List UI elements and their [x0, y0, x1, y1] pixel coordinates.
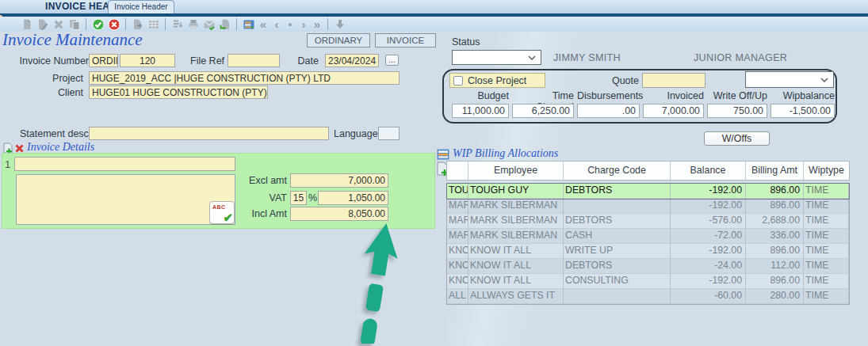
wip-cell: TOUGH GUY — [468, 184, 564, 199]
invoice-prefix-field[interactable]: ORDIN — [89, 54, 118, 67]
wip-cell: MARK SILBERMAN — [468, 229, 564, 244]
wip-column-header[interactable]: Billing Amt — [746, 162, 804, 180]
wip-column-header[interactable] — [447, 162, 468, 180]
summary-value-field[interactable]: 11,000.00 — [452, 104, 509, 118]
summary-value-field[interactable]: 6,250.00 — [512, 104, 574, 118]
nav-first-icon[interactable]: « — [258, 18, 269, 31]
file-ref-field[interactable] — [228, 54, 280, 67]
wip-cell: 2,688.00 — [746, 214, 804, 229]
wip-cell: CASH — [564, 229, 671, 244]
excl-amt-label: Excl amt — [243, 175, 287, 186]
wip-cell: 896.00 — [746, 274, 804, 289]
nav-next-icon[interactable]: › — [298, 18, 309, 31]
excl-amt-field[interactable]: 7,000.00 — [290, 173, 388, 188]
edit-icon[interactable] — [36, 18, 49, 31]
wip-column-header[interactable]: Charge Code — [564, 162, 671, 180]
wip-cell: KNOW IT ALL — [468, 244, 564, 259]
wip-row[interactable]: ALLALLWAYS GETS IT-60.00280.00TIME — [447, 289, 849, 304]
wip-cell: MAR — [447, 214, 468, 229]
nav-current-icon[interactable]: ● — [285, 18, 296, 31]
chevron-down-icon — [820, 78, 828, 82]
date-label: Date — [295, 55, 319, 67]
copy-icon[interactable] — [67, 18, 81, 31]
employee-name: JIMMY SMITH — [553, 52, 621, 63]
chevron-down-icon — [528, 55, 536, 60]
accept-icon[interactable] — [91, 18, 105, 31]
wip-cell: -192.00 — [671, 184, 746, 199]
wip-cell: KNO — [447, 244, 468, 259]
wip-column-header[interactable]: Wiptype — [804, 162, 849, 180]
summary-dropdown[interactable] — [745, 71, 834, 88]
summary-value-field[interactable]: 7,000.00 — [643, 104, 704, 118]
detail-notes-textarea[interactable] — [16, 174, 235, 225]
status-dropdown[interactable] — [452, 50, 541, 65]
spellcheck-icon[interactable]: ABC ✔ — [209, 201, 235, 224]
wip-row[interactable]: MARMARK SILBERMAN-192.00896.00TIME — [447, 199, 849, 214]
project-field[interactable]: HUGE_2019_ACC |HUGE CONSTRUCTION (PTY) L… — [89, 71, 400, 85]
wip-cell: -192.00 — [671, 199, 746, 214]
print-icon[interactable] — [186, 18, 200, 31]
statement-desc-field[interactable] — [89, 127, 329, 140]
file-ref-label: File Ref — [190, 55, 224, 67]
wip-cell: -192.00 — [671, 244, 746, 259]
new-document-icon[interactable] — [20, 18, 33, 31]
close-project-checkbox[interactable] — [453, 76, 463, 86]
wip-cell: TIME — [804, 259, 849, 274]
delete-icon[interactable] — [52, 18, 65, 31]
wip-row[interactable]: TOUTOUGH GUYDEBTORS-192.00896.00TIME — [447, 184, 849, 199]
wip-cell: TIME — [804, 214, 849, 229]
wip-cell: KNOW IT ALL — [468, 259, 564, 274]
wip-column-header[interactable]: Employee — [468, 162, 564, 180]
manager-name: JUNIOR MANAGER — [694, 52, 787, 63]
wip-row[interactable]: KNOKNOW IT ALLWRITE UP-192.00896.00TIME — [447, 244, 849, 259]
quote-field[interactable] — [642, 73, 705, 88]
percent-sign: % — [308, 192, 318, 203]
detail-description-field[interactable] — [14, 157, 235, 171]
language-field[interactable] — [378, 127, 400, 140]
wip-column-header[interactable]: Balance — [671, 162, 746, 180]
woffs-button[interactable]: W/Offs — [704, 131, 770, 146]
nav-last-icon[interactable]: » — [312, 18, 323, 31]
wip-cell: -192.00 — [671, 274, 746, 289]
wip-cell: MAR — [447, 229, 468, 244]
wip-cell: TIME — [804, 274, 849, 289]
toolbar-separator — [125, 18, 126, 30]
wip-row[interactable]: MARMARK SILBERMANDEBTORS-576.002,688.00T… — [447, 214, 849, 229]
tab-invoice-header[interactable]: Invoice Header — [108, 0, 174, 13]
wip-cell: 896.00 — [746, 199, 804, 214]
wip-row[interactable]: MARMARK SILBERMANCASH-72.00336.00TIME — [447, 229, 849, 244]
sort-icon[interactable] — [170, 18, 184, 31]
summary-value-field[interactable]: .00 — [577, 104, 640, 118]
grid-icon[interactable] — [147, 18, 160, 31]
status-label: Status — [452, 36, 480, 48]
type-ordinary-box: ORDINARY — [307, 33, 370, 48]
vat-amount-field[interactable]: 1,050.00 — [318, 191, 388, 205]
export-icon[interactable] — [131, 18, 144, 31]
project-label: Project — [48, 73, 83, 84]
wip-cell: -60.00 — [671, 289, 746, 304]
summary-value-field[interactable]: -1,500.00 — [770, 104, 835, 118]
email-icon[interactable] — [202, 18, 216, 31]
transfer-icon[interactable] — [218, 18, 231, 31]
quote-label: Quote — [601, 75, 639, 86]
wip-row[interactable]: KNOKNOW IT ALLCONSULTING-192.00896.00TIM… — [447, 274, 849, 289]
wip-cell: 280.00 — [746, 289, 804, 304]
invoice-maintenance-window: INVOICE HEADER Invoice Header « ‹ ● › » — [0, 0, 868, 346]
close-project-control[interactable]: Close Project — [449, 73, 545, 88]
summary-value-field[interactable]: 750.00 — [707, 104, 767, 118]
wip-cell: MAR — [447, 199, 468, 214]
client-field[interactable]: HUGE01 HUGE CONSTRUCTION (PTY) LTD — [89, 86, 268, 99]
cancel-icon[interactable] — [107, 18, 120, 31]
form-view-icon[interactable] — [242, 18, 255, 31]
toolbar-separator — [236, 18, 237, 30]
wip-row[interactable]: KNOKNOW IT ALLDEBTORS-24.00112.00TIME — [447, 259, 849, 274]
date-field[interactable]: 23/04/2024 — [325, 54, 379, 67]
send-down-icon[interactable] — [333, 18, 346, 31]
wip-cell: DEBTORS — [564, 184, 671, 199]
wip-cell: ALL — [447, 289, 468, 304]
wip-cell: MARK SILBERMAN — [468, 199, 564, 214]
nav-prev-icon[interactable]: ‹ — [271, 18, 282, 31]
vat-rate-field[interactable]: 15 — [290, 191, 307, 205]
date-browse-button[interactable]: ... — [385, 55, 399, 66]
invoice-number-field[interactable]: 120 — [120, 54, 175, 67]
